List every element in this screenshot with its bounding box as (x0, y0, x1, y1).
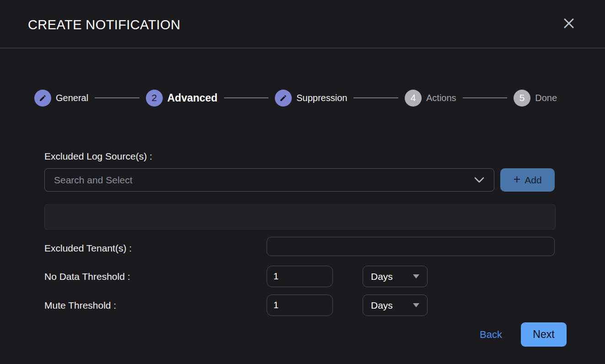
step-actions-number: 4 (411, 92, 416, 103)
step-connector (95, 97, 139, 98)
excluded-log-sources-select[interactable]: Search and Select (44, 168, 494, 192)
x-icon (562, 16, 576, 30)
step-connector (353, 97, 398, 98)
modal-header: CREATE NOTIFICATION (0, 0, 605, 48)
next-button[interactable]: Next (521, 322, 567, 347)
no-data-threshold-label: No Data Threshold : (44, 271, 130, 282)
step-general-indicator (34, 90, 51, 107)
step-general[interactable]: General (34, 90, 88, 107)
step-actions-label: Actions (426, 93, 456, 103)
step-done-label: Done (535, 93, 557, 103)
add-log-source-button[interactable]: + Add (500, 168, 555, 192)
no-data-threshold-unit-select[interactable]: Days (363, 266, 428, 287)
step-connector (224, 97, 269, 98)
no-data-threshold-unit-value: Days (371, 271, 393, 282)
step-done-number: 5 (519, 92, 525, 103)
excluded-log-sources-selected-list (44, 204, 556, 230)
step-connector (463, 97, 508, 98)
step-advanced-label: Advanced (167, 92, 218, 104)
add-button-label: Add (525, 175, 541, 186)
no-data-threshold-input[interactable] (267, 266, 333, 287)
wizard-stepper: General 2 Advanced Suppression 4 Actions (34, 89, 557, 107)
pencil-icon (39, 94, 47, 102)
modal-title: CREATE NOTIFICATION (28, 17, 181, 32)
mute-threshold-unit-value: Days (371, 300, 393, 311)
step-advanced-indicator: 2 (146, 90, 163, 107)
chevron-down-icon (474, 177, 485, 183)
excluded-tenants-input[interactable] (267, 237, 555, 256)
step-done-indicator: 5 (514, 90, 530, 107)
step-done[interactable]: 5 Done (514, 90, 557, 107)
excluded-tenants-label: Excluded Tenant(s) : (44, 243, 132, 254)
close-button[interactable] (561, 16, 577, 31)
step-advanced-number: 2 (151, 92, 157, 103)
mute-threshold-unit-select[interactable]: Days (363, 294, 428, 316)
caret-down-icon (413, 274, 419, 278)
plus-icon: + (513, 173, 520, 186)
step-actions-indicator: 4 (405, 90, 422, 107)
back-button[interactable]: Back (480, 329, 502, 341)
step-advanced[interactable]: 2 Advanced (146, 90, 218, 107)
step-actions[interactable]: 4 Actions (405, 90, 456, 107)
pencil-icon (279, 94, 287, 102)
caret-down-icon (413, 303, 419, 307)
create-notification-modal: CREATE NOTIFICATION General 2 (0, 0, 605, 364)
next-button-label: Next (533, 328, 554, 341)
excluded-log-sources-placeholder: Search and Select (54, 175, 474, 186)
step-general-label: General (56, 93, 88, 103)
step-suppression-indicator (275, 90, 292, 107)
step-suppression[interactable]: Suppression (275, 90, 347, 107)
mute-threshold-label: Mute Threshold : (44, 300, 116, 311)
step-suppression-label: Suppression (296, 93, 347, 103)
mute-threshold-input[interactable] (267, 294, 333, 316)
excluded-log-sources-label: Excluded Log Source(s) : (44, 151, 152, 162)
